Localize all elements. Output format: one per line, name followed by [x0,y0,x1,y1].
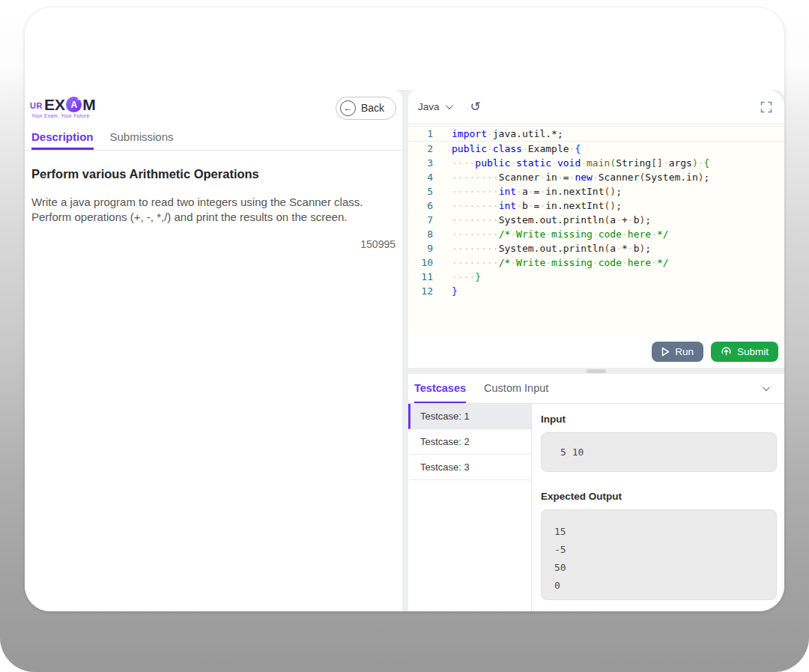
fullscreen-icon[interactable] [760,101,772,113]
testcase-list-item[interactable]: Testcase: 2 [408,429,531,455]
run-button[interactable]: Run [652,342,703,362]
code-text: ········Scanner·in·=·new·Scanner(System.… [452,170,709,184]
tab-submissions[interactable]: Submissions [110,126,174,150]
code-token: missing [551,228,593,240]
code-token: { [575,143,581,154]
code-line[interactable]: 12} [408,284,784,298]
logo-plus: + [77,97,81,103]
code-token: in.nextInt [545,200,604,211]
code-token: } [452,285,458,297]
whitespace-dot: · [545,257,551,268]
run-button-label: Run [675,346,694,357]
code-token: code [599,257,622,268]
submit-button[interactable]: Submit [711,342,778,362]
code-token: missing [551,257,593,268]
code-line[interactable]: 3····public·static·void·main(String[]·ar… [408,156,784,170]
whitespace-dot: · [487,186,493,197]
expected-output-line: 15 [554,523,776,541]
code-line[interactable]: 7········System.out.println(a·+·b); [408,213,784,227]
code-token: ; [704,172,710,183]
code-token: ; [645,214,651,225]
problem-tabs: Description Submissions [25,126,402,151]
code-line[interactable]: 5········int·a·=·in.nextInt(); [408,184,784,199]
whitespace-dot: · [616,214,622,225]
problem-description-section: Perform various Arithmetic Operations Wr… [25,151,402,250]
whitespace-dot: · [493,200,499,211]
code-token: ) [698,172,704,183]
whitespace-dot: · [452,271,458,282]
whitespace-dot: · [651,257,657,268]
code-token: int [499,186,516,197]
whitespace-dot: · [487,214,493,225]
logo-a-plus-badge: A+ [66,97,82,112]
whitespace-dot: · [481,214,487,225]
code-token: () [605,186,616,197]
code-token: main [587,157,610,169]
whitespace-dot: · [516,200,522,211]
code-text: public·class·Example·{ [452,142,581,156]
reset-code-icon[interactable]: ↺ [470,100,481,113]
code-line[interactable]: 4········Scanner·in·=·new·Scanner(System… [408,170,784,184]
expected-output-box: 15-5500 [541,509,777,600]
expected-output-line: 50 [554,559,776,577]
code-token: /* [499,228,511,240]
tab-testcases[interactable]: Testcases [414,374,466,403]
line-number: 3 [408,156,433,170]
language-select[interactable]: Java [418,101,451,112]
code-editor[interactable]: 1import·java.util.*;2public·class·Exampl… [408,124,784,333]
whitespace-dot: · [481,186,487,197]
collapse-chevron-icon[interactable] [763,384,770,391]
code-line[interactable]: 8········/*·Write·missing·code·here·*/ [408,227,784,241]
whitespace-dot: · [481,243,487,254]
code-token: ; [645,243,651,254]
whitespace-dot: · [481,257,487,268]
code-line[interactable]: 11····} [408,270,784,284]
whitespace-dot: · [487,128,493,139]
code-token: () [605,200,616,211]
input-label: Input [541,414,777,425]
whitespace-dot: · [493,186,499,197]
whitespace-dot: · [651,228,657,240]
code-line[interactable]: 9········System.out.println(a·*·b); [408,241,784,255]
whitespace-dot: · [475,228,481,240]
content-row: urEXA+M Your Exam. Your Future ← Back De… [25,90,784,611]
whitespace-dot: · [481,200,487,211]
back-arrow-icon: ← [340,100,356,116]
tab-custom-input[interactable]: Custom Input [484,374,548,403]
whitespace-dot: · [475,214,481,225]
back-button[interactable]: ← Back [336,97,396,120]
logo-prefix: ur [30,102,43,110]
whitespace-dot: · [475,172,481,183]
code-token: Write [516,228,545,240]
code-token: public [475,157,510,169]
code-token: } [475,271,481,282]
whitespace-dot: · [628,243,634,254]
line-number: 6 [408,199,433,213]
code-line[interactable]: 1import·java.util.*; [408,126,784,142]
code-token: System.in [645,172,697,183]
code-token: new [575,172,592,183]
editor-toolbar: Java ↺ [408,90,784,124]
app-card: urEXA+M Your Exam. Your Future ← Back De… [25,7,784,611]
code-token: ; [616,200,622,211]
submit-button-label: Submit [737,346,769,357]
panel-resize-handle[interactable] [408,368,784,374]
code-line[interactable]: 10········/*·Write·missing·code·here·*/ [408,255,784,270]
whitespace-dot: · [593,257,599,268]
problem-id: 150995 [31,238,396,250]
code-token: here [628,228,651,240]
line-number: 8 [408,227,433,241]
whitespace-dot: · [581,157,587,169]
logo-tagline: Your Exam. Your Future [31,114,96,119]
code-line[interactable]: 2public·class·Example·{ [408,142,784,156]
whitespace-dot: · [458,271,464,282]
code-token: + [622,214,628,225]
testcase-list-item[interactable]: Testcase: 3 [408,455,531,480]
whitespace-dot: · [593,172,599,183]
testcase-list-item[interactable]: Testcase: 1 [408,404,531,429]
whitespace-dot: · [458,200,464,211]
logo-ex: EX [44,97,65,112]
code-token: ) [692,157,698,169]
code-line[interactable]: 6········int·b·=·in.nextInt(); [408,199,784,213]
tab-description[interactable]: Description [31,126,94,150]
